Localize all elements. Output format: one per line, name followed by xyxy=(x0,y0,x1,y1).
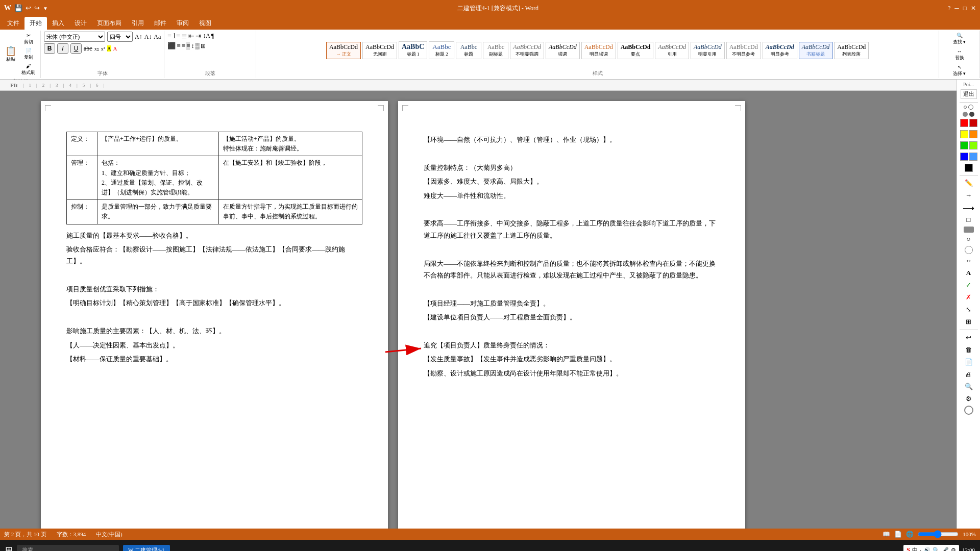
close-btn[interactable]: ✕ xyxy=(971,5,976,12)
style-int-emph[interactable]: AaBbCcDd 明显强调 xyxy=(581,42,616,59)
view-web-btn[interactable]: 🌐 xyxy=(906,531,914,538)
increase-indent-btn[interactable]: ⇥ xyxy=(195,32,202,40)
style-list-para[interactable]: AaBbCcDd 列表段落 xyxy=(834,42,869,59)
align-right-btn[interactable]: ≡ xyxy=(182,42,185,50)
tab-review[interactable]: 审阅 xyxy=(172,17,194,30)
tab-insert[interactable]: 插入 xyxy=(47,17,69,30)
replace-btn[interactable]: ↔替换 xyxy=(951,47,968,62)
double-arrow-btn[interactable]: ↔ xyxy=(960,255,978,266)
cut-btn[interactable]: ✂剪切 xyxy=(19,32,37,46)
text-tool-btn[interactable]: A xyxy=(960,267,978,279)
arrow-tool-btn[interactable]: → xyxy=(960,190,978,201)
ime-search[interactable]: 🔍 xyxy=(933,547,940,552)
ime-mic[interactable]: 🎤 xyxy=(942,547,949,552)
numbering-btn[interactable]: 1≡ xyxy=(173,32,180,40)
align-center-btn[interactable]: ≡ xyxy=(177,42,180,50)
color-red[interactable] xyxy=(960,119,968,127)
filled-ellipse-btn[interactable] xyxy=(965,246,973,254)
color-orange[interactable] xyxy=(969,130,977,138)
filled-rect-btn[interactable] xyxy=(964,227,974,233)
style-subtle-ref[interactable]: AaBbCcDd 不明显参考 xyxy=(726,42,761,59)
style-book-title[interactable]: AaBbCcDd 书籍标题 xyxy=(799,42,833,59)
strikethrough-btn[interactable]: abc xyxy=(84,45,92,53)
settings-tool-btn[interactable]: ⚙ xyxy=(960,393,978,405)
decrease-indent-btn[interactable]: ⇤ xyxy=(188,32,194,40)
exit-btn[interactable]: 退出 xyxy=(961,89,977,99)
print-tool-btn[interactable]: 🖨 xyxy=(960,369,978,380)
sort-btn[interactable]: ↕A xyxy=(203,32,210,40)
ime-audio[interactable]: 🔊 xyxy=(923,547,930,552)
start-btn[interactable]: ⊞ xyxy=(5,544,13,551)
tab-design[interactable]: 设计 xyxy=(69,17,92,30)
format-painter-btn[interactable]: 🖌格式刷 xyxy=(19,62,37,77)
style-no-spacing[interactable]: AaBbCcDd 无间距 xyxy=(362,42,397,59)
zoom-slider[interactable] xyxy=(918,530,959,538)
superscript-btn[interactable]: x² xyxy=(101,46,105,52)
align-left-btn[interactable]: ⬛ xyxy=(167,42,176,50)
style-h1[interactable]: AaBbC 标题 1 xyxy=(399,41,427,59)
shading-btn[interactable]: ▒ xyxy=(195,42,200,50)
style-int-quote[interactable]: AaBbCcDd 明显引用 xyxy=(691,42,725,59)
style-emph[interactable]: AaBbCcDd 强调 xyxy=(546,42,580,59)
resize-btn[interactable]: ⤡ xyxy=(960,304,978,315)
tab-layout[interactable]: 页面布局 xyxy=(92,17,127,30)
pen-tool-btn[interactable]: ✏️ xyxy=(960,178,978,189)
font-size-select[interactable]: 四号 xyxy=(107,32,133,42)
save-icon[interactable]: 💾 xyxy=(14,4,22,12)
font-grow-btn[interactable]: A↑ xyxy=(135,33,142,41)
style-strong[interactable]: AaBbCcDd 要点 xyxy=(618,42,654,59)
ime-dot[interactable]: · xyxy=(920,547,921,551)
style-subtle-emph[interactable]: AaBbCcDd 不明显强调 xyxy=(510,42,544,59)
color-green[interactable] xyxy=(960,141,968,149)
style-normal[interactable]: AaBbCcDd → 正文 xyxy=(326,42,361,59)
style-quote[interactable]: AaBbCcDd 引用 xyxy=(655,42,689,59)
highlight-btn[interactable]: A xyxy=(107,45,111,52)
tab-mail[interactable]: 邮件 xyxy=(149,17,172,30)
find-btn[interactable]: 🔍查找 ▾ xyxy=(951,32,968,46)
style-h2[interactable]: AaBbc 标题 2 xyxy=(429,41,454,59)
delete-tool-btn[interactable]: 🗑 xyxy=(960,344,978,356)
undo-tool-btn[interactable]: ↩ xyxy=(960,332,978,343)
tab-view[interactable]: 视图 xyxy=(194,17,216,30)
font-family-select[interactable]: 宋体 (中文正) xyxy=(44,32,105,42)
paste-btn[interactable]: 📋 粘贴 xyxy=(3,45,18,64)
taskbar-search[interactable]: 搜索 xyxy=(17,545,119,552)
style-subtitle[interactable]: AaBbc 副标题 xyxy=(483,42,508,59)
cross-btn[interactable]: ✗ xyxy=(960,292,978,303)
color-lime[interactable] xyxy=(969,141,977,149)
tab-ref[interactable]: 引用 xyxy=(127,17,149,30)
ellipse-tool-btn[interactable]: ○ xyxy=(960,234,978,245)
multi-level-btn[interactable]: ≣ xyxy=(181,32,187,40)
clear-format-btn[interactable]: Aa xyxy=(154,33,161,41)
border-btn[interactable]: ⊞ xyxy=(201,42,206,50)
help-btn[interactable]: ? xyxy=(948,5,950,12)
subscript-btn[interactable]: x₂ xyxy=(94,46,99,52)
tab-file[interactable]: 文件 xyxy=(2,17,24,30)
rect-tool-btn[interactable]: □ xyxy=(960,214,978,226)
select-btn[interactable]: ↖选择 ▾ xyxy=(951,63,968,78)
sogou-icon[interactable]: S xyxy=(906,546,910,551)
ime-zh[interactable]: 中 xyxy=(912,546,918,552)
customize-icon[interactable]: ▼ xyxy=(43,6,48,11)
restore-btn[interactable]: □ xyxy=(963,5,967,12)
doc-scroll[interactable]: 定义： 【产品+工作+运行】的质量。 【施工活动+产品】的质量。 特性体现在：施… xyxy=(0,91,957,529)
color-dark-red[interactable] xyxy=(969,119,977,127)
bullets-btn[interactable]: ≡ xyxy=(167,32,172,40)
show-marks-btn[interactable]: ¶ xyxy=(211,32,214,40)
color-blue[interactable] xyxy=(960,153,968,161)
check-btn[interactable]: ✓ xyxy=(960,280,978,291)
italic-btn[interactable]: I xyxy=(57,43,68,54)
view-page-btn[interactable]: 📄 xyxy=(894,531,902,538)
style-h3[interactable]: AaBbc 标题 xyxy=(456,42,481,59)
line-spacing-btn[interactable]: ↕ xyxy=(191,42,194,50)
color-black[interactable] xyxy=(965,164,973,172)
word-taskbar-btn[interactable]: W 二建管理4-1 xyxy=(123,545,170,552)
copy-tool-btn[interactable]: 📄 xyxy=(960,357,978,368)
underline-btn[interactable]: U xyxy=(70,43,82,54)
circle-tool-btn[interactable] xyxy=(964,406,973,415)
color-yellow[interactable] xyxy=(960,130,968,138)
expand-btn[interactable]: ⊞ xyxy=(960,316,978,328)
font-color-btn[interactable]: A xyxy=(113,45,117,52)
redo-icon[interactable]: ↪ xyxy=(34,4,40,12)
tab-home[interactable]: 开始 xyxy=(24,17,47,30)
